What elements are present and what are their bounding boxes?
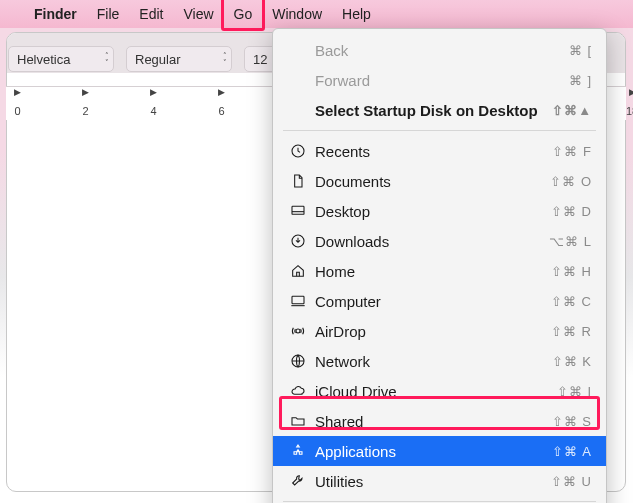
- computer-icon: [287, 293, 309, 309]
- menu-item-forward: Forward ⌘ ]: [273, 65, 606, 95]
- shortcut: ⇧⌘ A: [552, 444, 592, 459]
- shortcut: ⇧⌘ S: [552, 414, 592, 429]
- menu-item-airdrop[interactable]: AirDrop ⇧⌘ R: [273, 316, 606, 346]
- airdrop-icon: [287, 323, 309, 339]
- system-menubar: Finder File Edit View Go Window Help: [0, 0, 633, 28]
- ruler-tick: ▶0: [14, 87, 21, 117]
- shortcut: ⇧⌘ O: [550, 174, 592, 189]
- menubar-view[interactable]: View: [173, 0, 223, 28]
- ruler-tick: ▶18: [626, 87, 633, 117]
- svg-point-4: [296, 329, 300, 333]
- shortcut: ⇧⌘ K: [552, 354, 592, 369]
- highlight-box-go: [221, 0, 266, 31]
- menu-item-startup-disk[interactable]: Select Startup Disk on Desktop ⇧⌘▲: [273, 95, 606, 125]
- menu-item-back: Back ⌘ [: [273, 35, 606, 65]
- home-icon: [287, 263, 309, 279]
- clock-icon: [287, 143, 309, 159]
- shortcut: ⌥⌘ L: [549, 234, 592, 249]
- network-icon: [287, 353, 309, 369]
- chevron-updown-icon: ˄˅: [105, 52, 109, 66]
- document-icon: [287, 173, 309, 189]
- shortcut: ⇧⌘ H: [551, 264, 592, 279]
- chevron-updown-icon: ˄˅: [223, 52, 227, 66]
- menu-separator: [283, 130, 596, 131]
- menu-item-icloud[interactable]: iCloud Drive ⇧⌘ I: [273, 376, 606, 406]
- menubar-file[interactable]: File: [87, 0, 130, 28]
- go-dropdown-menu: Back ⌘ [ Forward ⌘ ] Select Startup Disk…: [272, 28, 607, 503]
- menu-item-applications[interactable]: Applications ⇧⌘ A: [273, 436, 606, 466]
- folder-icon: [287, 413, 309, 429]
- font-weight-select[interactable]: Regular ˄˅: [126, 46, 232, 72]
- menu-item-home[interactable]: Home ⇧⌘ H: [273, 256, 606, 286]
- menubar-app-name[interactable]: Finder: [24, 0, 87, 28]
- menubar-edit[interactable]: Edit: [129, 0, 173, 28]
- font-weight-value: Regular: [135, 52, 181, 67]
- ruler-tick: ▶6: [218, 87, 225, 117]
- ruler-tick: ▶2: [82, 87, 89, 117]
- ruler-tick: ▶4: [150, 87, 157, 117]
- shortcut: ⇧⌘ U: [551, 474, 592, 489]
- shortcut: ⇧⌘ R: [551, 324, 592, 339]
- utilities-icon: [287, 473, 309, 489]
- shortcut: ⇧⌘ C: [551, 294, 592, 309]
- menu-item-network[interactable]: Network ⇧⌘ K: [273, 346, 606, 376]
- svg-rect-1: [292, 206, 304, 214]
- menu-item-recents[interactable]: Recents ⇧⌘ F: [273, 136, 606, 166]
- shortcut: ⇧⌘ D: [551, 204, 592, 219]
- menu-item-documents[interactable]: Documents ⇧⌘ O: [273, 166, 606, 196]
- menu-item-downloads[interactable]: Downloads ⌥⌘ L: [273, 226, 606, 256]
- cloud-icon: [287, 383, 309, 399]
- menu-item-computer[interactable]: Computer ⇧⌘ C: [273, 286, 606, 316]
- menubar-window[interactable]: Window: [262, 0, 332, 28]
- shortcut: ⌘ [: [569, 43, 592, 58]
- shortcut: ⌘ ]: [569, 73, 592, 88]
- svg-rect-3: [292, 296, 304, 303]
- font-size-value: 12: [253, 52, 267, 67]
- menubar-help[interactable]: Help: [332, 0, 381, 28]
- menu-item-shared[interactable]: Shared ⇧⌘ S: [273, 406, 606, 436]
- applications-icon: [287, 443, 309, 459]
- menu-item-utilities[interactable]: Utilities ⇧⌘ U: [273, 466, 606, 496]
- menu-separator: [283, 501, 596, 502]
- desktop-icon: [287, 203, 309, 219]
- menubar-go[interactable]: Go: [224, 0, 263, 28]
- menu-item-desktop[interactable]: Desktop ⇧⌘ D: [273, 196, 606, 226]
- shortcut: ⇧⌘ I: [557, 384, 592, 399]
- font-family-select[interactable]: Helvetica ˄˅: [8, 46, 114, 72]
- shortcut: ⇧⌘▲: [552, 103, 592, 118]
- font-family-value: Helvetica: [17, 52, 70, 67]
- download-icon: [287, 233, 309, 249]
- shortcut: ⇧⌘ F: [552, 144, 592, 159]
